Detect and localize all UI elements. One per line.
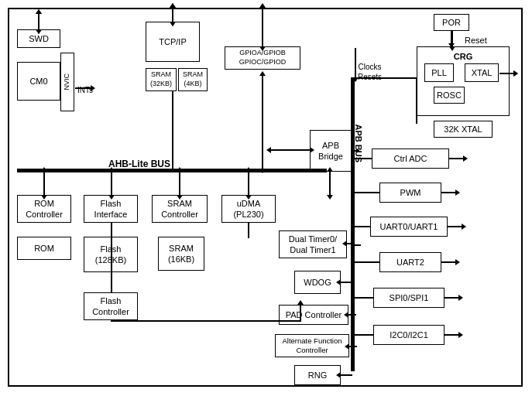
xtal-box: XTAL bbox=[465, 63, 499, 82]
uart2-box: UART2 bbox=[379, 252, 441, 272]
crg-v-line bbox=[416, 77, 417, 124]
i2c01-left-line bbox=[353, 334, 373, 336]
uart2-left-line bbox=[353, 261, 379, 263]
clocks-resets-label: ClocksResets bbox=[358, 62, 382, 82]
apb-bus-label: APB BUS bbox=[353, 101, 364, 162]
spi01-box: SPI0/SPI1 bbox=[373, 288, 444, 308]
xtal-right-arrow bbox=[499, 73, 513, 74]
cm0-box: CM0 bbox=[17, 62, 60, 101]
gpioa-top-arrow bbox=[262, 8, 263, 46]
apb-bridge-left-arrow bbox=[271, 149, 310, 151]
ahb-bus-line bbox=[17, 169, 327, 172]
dual-timer-apb-line bbox=[353, 244, 361, 246]
uart01-box: UART0/UART1 bbox=[370, 217, 448, 237]
alt-func-arrow bbox=[349, 346, 357, 347]
pwm-box: PWM bbox=[379, 183, 441, 203]
sram-ctrl-ahb-arrow bbox=[179, 172, 180, 195]
flash-up-arrow bbox=[300, 305, 301, 322]
tcpip-box: TCP/IP bbox=[146, 22, 200, 62]
apb-bridge-right-line bbox=[352, 150, 359, 152]
reset-crg-arrow bbox=[451, 31, 453, 46]
i2c01-box: I2C0/I2C1 bbox=[373, 325, 444, 345]
udma-ahb-arrow bbox=[248, 172, 249, 195]
flash-v-line bbox=[111, 223, 112, 292]
rng-box: RNG bbox=[294, 365, 341, 385]
ctrl-adc-arrow bbox=[449, 158, 463, 159]
rng-arrow bbox=[341, 374, 352, 376]
rom-ctrl-ahb-arrow bbox=[43, 172, 45, 195]
pad-ctrl-box: PAD Controller bbox=[279, 305, 348, 325]
sram4-box: SRAM(4KB) bbox=[178, 68, 208, 91]
cm0-top-arrow bbox=[38, 14, 39, 29]
uart01-right-arrow bbox=[448, 226, 462, 227]
crg-h-line bbox=[355, 77, 417, 79]
uart01-left-line bbox=[353, 226, 370, 227]
spi01-right-arrow bbox=[444, 297, 458, 299]
pwm-left-line bbox=[353, 192, 379, 193]
reset-label: Reset bbox=[465, 35, 487, 46]
xtal32k-box: 32K XTAL bbox=[434, 121, 493, 138]
ints-arrow bbox=[75, 87, 91, 89]
pwm-right-arrow bbox=[441, 192, 455, 193]
ctrl-adc-box: Ctrl ADC bbox=[372, 148, 449, 169]
rosc-box: ROSC bbox=[434, 87, 465, 104]
alt-func-box: Alternate FunctionController bbox=[275, 334, 349, 357]
i2c01-right-arrow bbox=[444, 334, 458, 336]
flash-ctrl-box: FlashController bbox=[84, 292, 138, 320]
apb-bridge-ahb-v-arrow bbox=[329, 172, 331, 195]
wdog-box: WDOG bbox=[294, 271, 341, 294]
sram32-box: SRAM(32KB) bbox=[146, 68, 177, 91]
sram-v-line bbox=[172, 91, 173, 169]
ctrl-adc-left-line bbox=[353, 158, 372, 159]
udma-down-line bbox=[248, 223, 249, 238]
block-diagram: SWD CM0 NVIC INTs TCP/IP SRAM(32KB) SRAM… bbox=[0, 0, 532, 396]
wdog-arrow bbox=[341, 282, 352, 283]
flash-h-line bbox=[111, 320, 300, 322]
spi01-left-line bbox=[353, 297, 373, 299]
nvic-box: NVIC bbox=[60, 53, 74, 111]
pll-box: PLL bbox=[424, 63, 454, 82]
crg-down-arrow bbox=[355, 48, 356, 77]
tcpip-top-arrow2 bbox=[172, 8, 173, 22]
pad-ctrl-arrow bbox=[348, 314, 356, 316]
rom-box: ROM bbox=[17, 237, 71, 260]
sram16-box: SRAM(16KB) bbox=[158, 237, 204, 271]
ahb-bus-label: AHB-Lite BUS bbox=[108, 159, 170, 171]
flash-iface-ahb-arrow bbox=[111, 172, 112, 195]
gpioa-apb-arrow bbox=[262, 76, 263, 169]
por-box: POR bbox=[434, 14, 469, 31]
apb-bridge-box: APBBridge bbox=[310, 130, 352, 172]
uart2-right-arrow bbox=[441, 261, 455, 263]
dual-timer-box: Dual Timer0/Dual Timer1 bbox=[279, 230, 347, 258]
